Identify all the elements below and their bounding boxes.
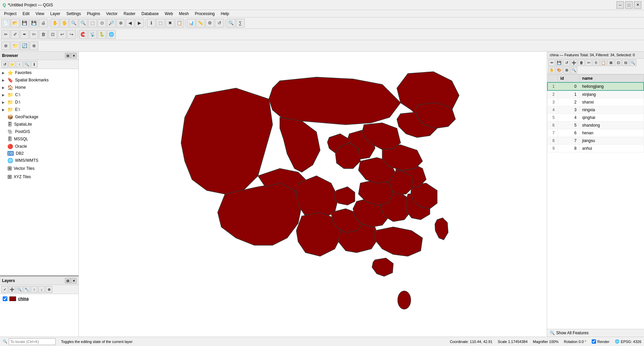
reload-button[interactable]: ↺ — [563, 59, 570, 66]
deselect-button[interactable]: ✖ — [166, 19, 174, 27]
layer-prop-button[interactable]: ⚙ — [206, 19, 214, 27]
save-project-button[interactable]: 💾 — [20, 19, 29, 27]
zoom-selected-button[interactable]: 🔍 — [630, 59, 636, 66]
close-button[interactable]: ✕ — [634, 1, 641, 9]
browser-item-xyz-tiles[interactable]: ▶ ⊞ XYZ Tiles — [0, 172, 78, 181]
browser-item-mssql[interactable]: ▶ 🗄 MSSQL — [0, 135, 78, 143]
table-row[interactable]: 4 3 ningxia — [547, 106, 644, 114]
select-all-button[interactable]: ⊠ — [607, 59, 614, 66]
identify-button[interactable]: ℹ — [147, 19, 156, 27]
paste-button[interactable]: 📋 — [600, 59, 607, 66]
pan-selected-button[interactable]: ✋ — [548, 67, 555, 73]
measure-button[interactable]: 📏 — [196, 19, 205, 27]
select-features-button[interactable]: ⬚ — [156, 19, 165, 27]
layers-down-button[interactable]: ↓ — [38, 286, 45, 293]
map-area[interactable] — [79, 52, 547, 337]
layer-visible-checkbox[interactable] — [3, 296, 7, 301]
menu-view[interactable]: View — [33, 11, 47, 17]
browser-item-favorites[interactable]: ▶ ⭐ Favorites — [0, 69, 78, 76]
browser-item-postgis[interactable]: ▶ 🐘 PostGIS — [0, 128, 78, 135]
table-row[interactable]: 5 4 qinghai — [547, 114, 644, 122]
qgis-server-btn[interactable]: 🌐 — [107, 30, 116, 39]
refresh-button[interactable]: ↺ — [215, 19, 224, 27]
gpx-btn[interactable]: 📡 — [88, 30, 97, 39]
extra-btn-2[interactable]: 📁 — [11, 42, 19, 50]
print-button[interactable]: 🖨 — [39, 19, 48, 27]
browser-item-c-drive[interactable]: ▶ 📁 C:\ — [0, 91, 78, 98]
edit-btn-5[interactable]: 🗑 — [39, 30, 48, 39]
menu-help[interactable]: Help — [218, 11, 232, 17]
menu-layer[interactable]: Layer — [48, 11, 63, 17]
menu-project[interactable]: Project — [1, 11, 19, 17]
menu-plugins[interactable]: Plugins — [84, 11, 103, 17]
add-feature-button[interactable]: ➕ — [571, 59, 577, 66]
browser-item-d-drive[interactable]: ▶ 📁 D:\ — [0, 98, 78, 106]
edit-btn-3[interactable]: ✒ — [20, 30, 29, 39]
new-project-button[interactable]: 📄 — [1, 19, 10, 27]
menu-database[interactable]: Database — [139, 11, 161, 17]
save-edits-button[interactable]: 💾 — [556, 59, 563, 66]
menu-edit[interactable]: Edit — [20, 11, 32, 17]
browser-item-spatialite[interactable]: ▶ 🗄 SpatiaLite — [0, 121, 78, 128]
save-as-button[interactable]: 💾 — [30, 19, 38, 27]
edit-btn-6[interactable]: ⊡ — [48, 30, 57, 39]
dock-button[interactable]: ⊞ — [563, 67, 570, 73]
table-row[interactable]: 7 6 henan — [547, 129, 644, 137]
layers-filter-button[interactable]: 🔧 — [23, 286, 30, 293]
zoom-layer-button[interactable]: 🔎 — [107, 19, 116, 27]
layers-remove-button[interactable]: 🔍 — [16, 286, 23, 293]
browser-item-spatial-bookmarks[interactable]: ▶ 🔖 Spatial Bookmarks — [0, 76, 78, 84]
layers-up-button[interactable]: ↑ — [31, 286, 38, 293]
minimize-button[interactable]: ─ — [617, 1, 624, 9]
layers-add-button[interactable]: ➕ — [9, 286, 15, 293]
edit-btn-8[interactable]: ↪ — [67, 30, 76, 39]
maximize-button[interactable]: □ — [625, 1, 633, 9]
menu-settings[interactable]: Settings — [64, 11, 83, 17]
field-calc-button[interactable]: ∑ — [236, 19, 245, 27]
browser-item-home[interactable]: ▶ 🏠 Home — [0, 84, 78, 91]
filter-button[interactable]: 🔍 — [571, 67, 577, 73]
zoom-full-button[interactable]: ⊕ — [116, 19, 125, 27]
invert-selection-button[interactable]: ⊟ — [622, 59, 629, 66]
python-btn[interactable]: 🐍 — [98, 30, 106, 39]
zoom-single-button[interactable]: ⊙ — [98, 19, 106, 27]
open-project-button[interactable]: 📂 — [11, 19, 19, 27]
copy-button[interactable]: ⎘ — [593, 59, 599, 66]
locate-input[interactable] — [9, 338, 56, 345]
table-row[interactable]: 1 0 heilongjiang — [547, 82, 644, 90]
browser-filter-button[interactable]: 🔍 — [23, 61, 30, 68]
browser-item-db2[interactable]: ▶ DB DB2 — [0, 150, 78, 157]
layers-float-button[interactable]: ⊟ — [65, 278, 70, 283]
conditional-format-button[interactable]: 🎨 — [556, 67, 563, 73]
browser-refresh-button[interactable]: ↺ — [1, 61, 8, 68]
attr-table-button[interactable]: 📋 — [175, 19, 184, 27]
stats-button[interactable]: 📊 — [187, 19, 195, 27]
edit-btn-2[interactable]: ✐ — [11, 30, 19, 39]
browser-item-e-drive[interactable]: ▶ 📁 E:\ — [0, 106, 78, 113]
browser-close-button[interactable]: ✕ — [71, 53, 76, 58]
browser-float-button[interactable]: ⊟ — [65, 53, 70, 58]
extra-btn-1[interactable]: ⊕ — [1, 42, 10, 50]
zoom-rubber-button[interactable]: ⬚ — [88, 19, 97, 27]
browser-item-oracle[interactable]: ▶ 🔴 Oracle — [0, 143, 78, 150]
menu-mesh[interactable]: Mesh — [176, 11, 191, 17]
table-row[interactable]: 9 8 anhui — [547, 145, 644, 152]
edit-features-button[interactable]: ✏ — [548, 59, 555, 66]
col-name[interactable]: name — [579, 75, 644, 83]
browser-home-button[interactable]: ⭐ — [9, 61, 15, 68]
pan-button[interactable]: ✋ — [51, 19, 59, 27]
zoom-out-button[interactable]: 🔍 — [79, 19, 87, 27]
menu-web[interactable]: Web — [162, 11, 175, 17]
layer-item-china[interactable]: china — [1, 295, 77, 302]
render-checkbox[interactable] — [592, 339, 596, 344]
layers-close-button[interactable]: ✕ — [71, 278, 76, 283]
zoom-in-button[interactable]: 🔍 — [69, 19, 78, 27]
table-row[interactable]: 6 5 shandong — [547, 122, 644, 129]
menu-processing[interactable]: Processing — [192, 11, 217, 17]
zoom-last-button[interactable]: ◀ — [126, 19, 134, 27]
pan-map-button[interactable]: 🖐 — [60, 19, 69, 27]
menu-vector[interactable]: Vector — [104, 11, 120, 17]
browser-collapse-button[interactable]: ↑ — [16, 61, 23, 68]
edit-btn-7[interactable]: ↩ — [58, 30, 66, 39]
table-row[interactable]: 2 1 xinjiang — [547, 90, 644, 98]
